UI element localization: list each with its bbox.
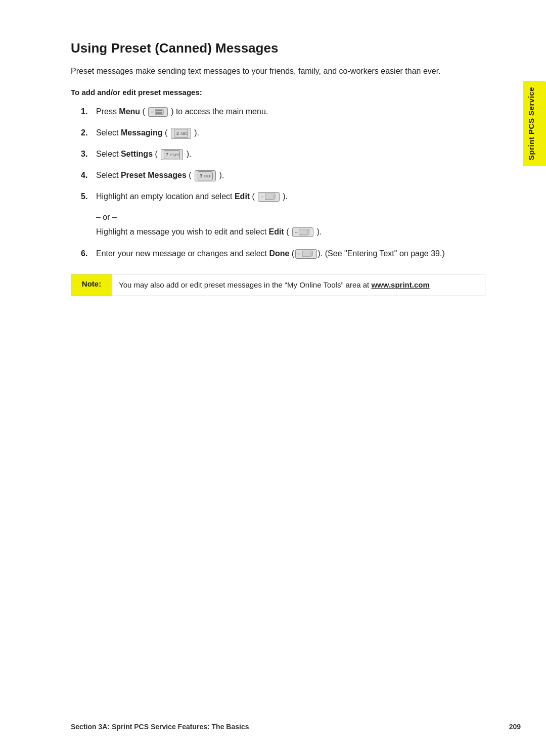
svg-text:2: 2 [176,131,179,136]
steps-list: 1. Press Menu ( ··· ) to access the main… [71,106,485,203]
page-container: Sprint PCS Service Using Preset (Canned)… [0,0,546,756]
key-3def-svg: 3 DEF [198,171,213,180]
key-7pqrs-svg: 7 PQRS [164,150,180,159]
step-6: 6. Enter your new message or changes and… [71,248,485,260]
edit-key-icon-or: ··· [292,227,313,238]
edit-key-svg-5 [265,194,276,200]
key-3def: 3 DEF [195,170,216,181]
step-4: 4. Select Preset Messages ( 3 DEF ). [71,169,485,181]
footer-section: Section 3A: Sprint PCS Service Features:… [71,723,249,731]
or-block: Highlight a message you wish to edit and… [96,226,485,239]
step-6-bold: Done [269,249,289,258]
menu-key-icon: ··· [148,107,167,117]
note-text: You may also add or edit preset messages… [119,280,371,289]
step-1: 1. Press Menu ( ··· ) to access the main… [71,106,485,118]
step-4-content: Select Preset Messages ( 3 DEF ). [96,169,485,181]
svg-text:7: 7 [166,152,168,157]
side-tab-text: Sprint PCS Service [527,87,535,160]
step-2-content: Select Messaging ( 2 ABC ). [96,127,485,139]
key-7pqrs: 7 PQRS [161,149,183,160]
step-5-bold: Edit [235,192,250,201]
intro-text: Preset messages make sending text messag… [71,65,485,78]
footer-page: 209 [509,723,521,731]
step-4-bold: Preset Messages [121,171,187,179]
step-1-number: 1. [71,106,96,118]
key-2abc-svg: 2 ABC [174,129,188,138]
step-6-list: 6. Enter your new message or changes and… [71,248,485,260]
svg-text:ABC: ABC [180,132,188,135]
or-divider: – or – [96,213,485,222]
menu-key-svg [155,109,164,115]
or-divider-text: – or – [96,213,117,221]
key-2abc: 2 ABC [171,128,191,139]
step-2: 2. Select Messaging ( 2 ABC ). [71,127,485,139]
page-footer: Section 3A: Sprint PCS Service Features:… [71,723,521,731]
note-link: www.sprint.com [371,280,429,289]
step-3-number: 3. [71,148,96,160]
step-6-content: Enter your new message or changes and se… [96,248,485,260]
svg-text:3: 3 [200,173,202,178]
step-1-bold: Menu [119,107,140,116]
done-key-icon: ··· [295,249,316,259]
svg-text:PQRS: PQRS [170,153,180,157]
step-4-number: 4. [71,169,96,181]
page-title: Using Preset (Canned) Messages [71,40,485,56]
note-label: Note: [71,274,112,296]
svg-text:DEF: DEF [204,174,211,178]
step-6-number: 6. [71,248,96,260]
step-3-content: Select Settings ( 7 PQRS ). [96,148,485,160]
edit-key-icon-5: ··· [258,192,279,202]
side-tab: Sprint PCS Service [523,81,546,166]
sub-heading: To add and/or edit preset messages: [71,88,485,97]
step-5-content: Highlight an empty location and select E… [96,191,485,203]
or-block-line1: Highlight a message you wish to edit and… [96,227,266,236]
step-5-number: 5. [71,191,96,203]
step-5: 5. Highlight an empty location and selec… [71,191,485,203]
step-2-number: 2. [71,127,96,139]
or-block-end: ). [317,227,322,236]
step-1-content: Press Menu ( ··· ) to access the main me… [96,106,485,118]
step-2-bold: Messaging [121,128,163,137]
step-3: 3. Select Settings ( 7 PQRS ). [71,148,485,160]
note-box: Note: You may also add or edit preset me… [71,274,485,297]
step-3-bold: Settings [121,150,153,158]
done-key-svg [302,251,313,257]
edit-key-svg-or [299,229,310,235]
or-block-edit-bold: Edit [269,227,284,236]
note-content: You may also add or edit preset messages… [112,274,485,296]
